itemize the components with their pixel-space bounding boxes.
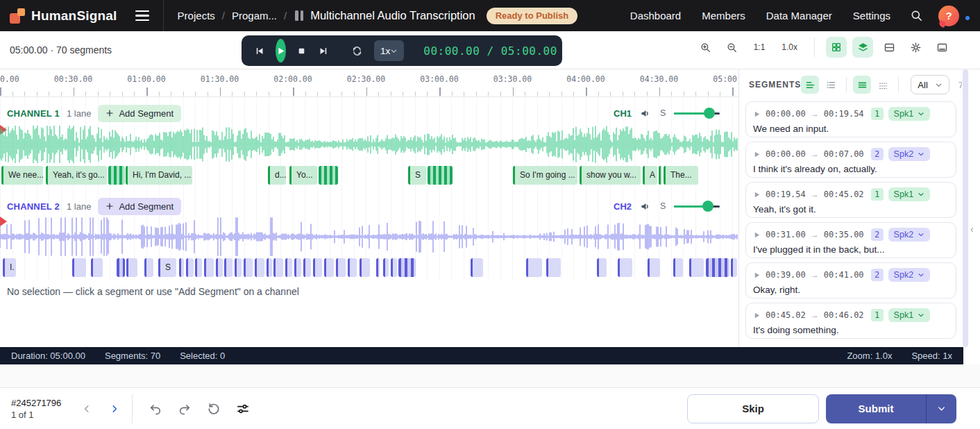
play-segment-icon[interactable] [753,231,761,239]
segment-card[interactable]: 00:00.00 → 00:19.54 1 Spk1 We need an in… [745,101,956,137]
collapse-sidebar-icon[interactable]: ‹ [970,224,974,235]
playback-speed-select[interactable]: 1x [374,40,404,61]
sidebar-scrollbar[interactable] [963,69,968,347]
rows-layout-icon[interactable] [853,76,871,94]
nav-data-manager[interactable]: Data Manager [766,10,832,22]
audio-segment[interactable] [597,258,607,277]
audio-segment[interactable] [244,258,253,277]
audio-segment[interactable] [179,258,184,277]
audio-segment[interactable] [731,258,737,277]
annotation-settings-icon[interactable] [232,398,254,420]
bottom-panel-icon[interactable] [931,37,952,58]
speaker-select[interactable]: Spk2 [888,228,931,242]
audio-segment[interactable]: So I'm going ... [513,166,577,185]
nav-dashboard[interactable]: Dashboard [630,10,681,22]
reset-icon[interactable] [203,398,225,420]
audio-segment[interactable] [319,166,338,185]
nav-settings[interactable]: Settings [853,10,890,22]
undo-icon[interactable] [144,398,167,420]
audio-segment[interactable]: S [408,166,426,185]
audio-segment[interactable] [336,258,346,277]
audio-segment[interactable]: : [391,258,397,277]
audio-segment[interactable] [689,258,704,277]
volume-icon[interactable] [640,201,652,212]
zoom-in-icon[interactable] [695,37,716,58]
audio-segment[interactable] [108,166,125,185]
audio-segment[interactable]: show you w... [580,166,641,185]
segment-card[interactable]: 00:45.02 → 00:46.02 1 Spk1 It's doing so… [745,303,956,339]
ratio-label[interactable]: 1:1 [748,42,771,52]
audio-segment[interactable] [216,258,223,277]
redo-icon[interactable] [174,398,196,420]
segment-card[interactable]: 00:00.00 → 00:07.00 2 Spk2 I think it's … [745,142,956,178]
detailed-list-view-icon[interactable] [801,76,819,94]
submit-button[interactable]: Submit [826,394,926,423]
settings-gear-icon[interactable] [905,37,926,58]
split-rows-icon[interactable] [879,37,899,58]
audio-segment[interactable] [313,258,322,277]
audio-segment[interactable] [273,258,283,277]
layers-icon[interactable] [852,37,873,58]
audio-segment[interactable] [398,258,416,277]
audio-segment[interactable] [255,258,264,277]
dotted-grid-icon[interactable] [874,76,892,94]
timeline-ruler[interactable]: 00:00.0000:30.0001:00.0001:30.0002:00.00… [0,69,738,97]
segment-card[interactable]: 00:31.00 → 00:35.00 2 Spk2 I've plugged … [745,222,956,258]
skip-button[interactable]: Skip [687,394,819,423]
audio-segment[interactable]: We nee... [1,166,43,185]
channel-2-waveform[interactable] [0,217,738,257]
audio-segment[interactable] [376,258,380,277]
audio-segment[interactable] [383,258,389,277]
channel-1-waveform[interactable] [0,125,738,164]
loop-icon[interactable] [350,44,364,58]
humansignal-logo[interactable]: HumanSignal [10,8,117,24]
audio-segment[interactable] [348,258,357,277]
stop-button[interactable] [296,45,307,57]
play-segment-icon[interactable] [753,271,761,279]
audio-segment[interactable] [428,166,453,185]
previous-task-icon[interactable] [78,400,96,418]
play-segment-icon[interactable] [753,151,761,158]
audio-segment[interactable]: The... [664,166,698,185]
hamburger-menu-icon[interactable] [133,8,152,24]
zoom-out-icon[interactable] [722,37,743,58]
audio-segment[interactable]: Hi, I'm David, ... [126,166,192,185]
audio-segment[interactable] [546,258,561,277]
speaker-select[interactable]: Spk1 [888,107,931,121]
segment-card[interactable]: 00:19.54 → 00:45.02 1 Spk1 Yeah, it's go… [745,182,956,218]
audio-segment[interactable] [706,258,729,277]
audio-segment[interactable]: Yeah, it's go... [46,166,107,185]
segment-card[interactable]: 00:39.00 → 00:41.00 2 Spk2 Okay, right. [745,262,956,298]
audio-segment[interactable] [267,258,272,277]
audio-segment[interactable] [117,258,125,277]
audio-segment[interactable] [204,258,214,277]
audio-segment[interactable]: Yo... [289,166,317,185]
audio-segment[interactable]: I. [3,258,16,277]
play-segment-icon[interactable] [753,110,761,118]
audio-segment[interactable] [360,258,370,277]
audio-segment[interactable] [673,258,683,277]
breadcrumb-project[interactable]: Progam... [232,10,277,22]
submit-dropdown-icon[interactable] [926,394,956,423]
channel-2-volume-slider[interactable] [674,201,720,212]
audio-segment[interactable] [91,258,103,277]
speaker-select[interactable]: Spk1 [888,187,931,201]
audio-segment[interactable] [618,258,632,277]
breadcrumb-projects[interactable]: Projects [178,10,215,22]
audio-segment[interactable] [285,258,292,277]
speaker-select[interactable]: Spk1 [888,308,931,322]
audio-segment[interactable] [324,258,334,277]
compact-list-view-icon[interactable] [822,76,840,94]
audio-segment[interactable] [186,258,194,277]
help-button[interactable]: ? [938,6,959,26]
audio-segment[interactable] [294,258,301,277]
segments-filter-select[interactable]: All [911,75,949,94]
add-segment-button-ch1[interactable]: Add Segment [98,105,181,122]
audio-segment[interactable] [235,258,242,277]
nav-members[interactable]: Members [702,10,745,22]
play-segment-icon[interactable] [753,191,761,199]
audio-segment[interactable] [303,258,311,277]
audio-segment[interactable] [126,258,137,277]
search-icon[interactable] [910,9,923,22]
audio-segment[interactable] [648,258,660,277]
